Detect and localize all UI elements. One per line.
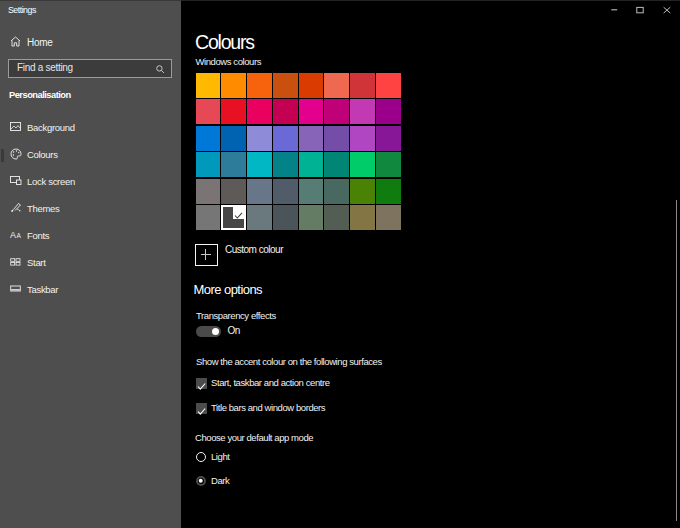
svg-text:A: A: [10, 230, 16, 240]
svg-text:A: A: [17, 232, 22, 239]
